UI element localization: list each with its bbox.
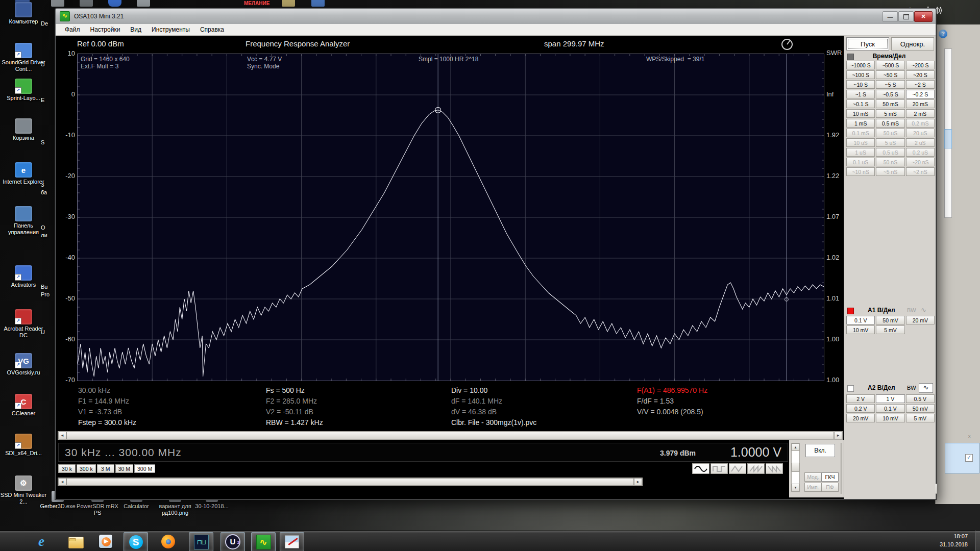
a2-vdiv-button-0.2-V[interactable]: 0.2 V [846, 404, 875, 413]
desktop-icon-SDI_x64_Dri...[interactable]: ↗SDI_x64_Dri... [0, 434, 47, 457]
file-checkbox[interactable]: ✓ [965, 454, 973, 462]
a1-vdiv-button-50-mV[interactable]: 50 mV [876, 316, 904, 324]
scroll-left-icon[interactable]: ◂ [58, 432, 66, 439]
time-div-button--0.1-S[interactable]: ~0.1 S [846, 99, 875, 108]
range-button-30-M[interactable]: 30 M [115, 464, 133, 473]
taskbar-button-internet-explorer[interactable]: e [30, 532, 53, 550]
time-div-button-1-mS[interactable]: 1 mS [846, 119, 875, 128]
desktop-icon-Activators[interactable]: ↗Activators [0, 265, 47, 288]
time-div-button--500-S[interactable]: ~500 S [876, 61, 904, 69]
taskbar-button-media-player[interactable] [94, 532, 117, 550]
time-div-button--1-S[interactable]: ~1 S [846, 90, 875, 98]
taskbar-button-windows-explorer[interactable] [64, 532, 88, 550]
time-div-button--50-S[interactable]: ~50 S [876, 70, 904, 79]
a2-vdiv-button-0.1-V[interactable]: 0.1 V [876, 404, 904, 413]
time-div-button-20-mS[interactable]: 20 mS [906, 99, 935, 108]
a1-vdiv-button-0.1-V[interactable]: 0.1 V [846, 316, 875, 324]
scroll-up-icon[interactable]: ▴ [792, 443, 799, 451]
maximize-button[interactable] [898, 11, 914, 22]
range-button-3-M[interactable]: 3 M [97, 464, 114, 473]
taskbar-button-powersdr[interactable]: ⊓⊔ [189, 532, 213, 551]
scroll-left-icon[interactable]: ◂ [58, 478, 66, 486]
app-icon [15, 2, 32, 17]
a2-vdiv-button-0.5-V[interactable]: 0.5 V [906, 394, 935, 403]
close-button[interactable]: ✕ [914, 11, 933, 22]
time-div-button-5-mS[interactable]: 5 mS [876, 109, 904, 118]
output-on-button[interactable]: Вкл. [805, 444, 835, 457]
desktop-icon-SSD-Mini-Tweaker-2...[interactable]: ⚙SSD Mini Tweaker 2... [0, 475, 47, 505]
time-div-button--0.2-S[interactable]: ~0.2 S [906, 90, 935, 98]
desktop-icon-SoundGrid-Driver-Cont...[interactable]: ↗SoundGrid Driver Cont... [0, 43, 47, 72]
time-div-button--0.5-S[interactable]: ~0.5 S [876, 90, 904, 98]
scroll-right-icon[interactable]: ▸ [834, 432, 842, 439]
background-scrollbar-thumb[interactable] [944, 129, 952, 148]
range-button-30-k[interactable]: 30 k [58, 464, 76, 473]
menu-view[interactable]: Вид [125, 24, 146, 35]
time-div-button--200-S[interactable]: ~200 S [906, 61, 935, 69]
a2-vdiv-button-5-mV[interactable]: 5 mV [906, 414, 935, 422]
menu-settings[interactable]: Настройки [85, 24, 126, 35]
taskbar-button-skype[interactable]: S [124, 532, 148, 551]
taskbar-button-u3-app[interactable]: U [220, 532, 245, 551]
close-icon-small[interactable]: x [968, 434, 971, 439]
square-wave-button[interactable] [710, 463, 728, 474]
triangle-wave-button[interactable] [729, 463, 746, 474]
menu-help[interactable]: Справка [195, 24, 229, 35]
gkch-button[interactable]: ГКЧ [821, 472, 839, 482]
taskbar-button-firefox[interactable] [156, 532, 180, 550]
ramp-down-wave-button[interactable] [766, 463, 783, 474]
time-div-button-0.5-mS[interactable]: 0.5 mS [876, 119, 904, 128]
show-desktop-button[interactable] [975, 531, 980, 551]
a1-vdiv-button-5-mV[interactable]: 5 mV [876, 325, 904, 334]
desktop-icon-CCleaner[interactable]: C↗CCleaner [0, 394, 47, 417]
a1-vdiv-button-20-mV[interactable]: 20 mV [906, 316, 935, 324]
a2-vdiv-button-20-mV[interactable]: 20 mV [846, 414, 875, 422]
sine-wave-button[interactable] [692, 463, 709, 474]
taskbar-button-paint[interactable] [280, 532, 304, 551]
start-button[interactable]: Пуск [846, 37, 889, 51]
desktop-icon-Internet-Explorer[interactable]: eInternet Explorer [0, 162, 47, 185]
time-div-button--5-S[interactable]: ~5 S [876, 80, 904, 89]
ramp-up-wave-button[interactable] [747, 463, 765, 474]
clock[interactable]: 18:07 31.10.2018 [926, 532, 968, 548]
scroll-right-icon[interactable]: ▸ [634, 478, 642, 486]
time-div-button-50-mS[interactable]: 50 mS [876, 99, 904, 108]
time-div-button--10-S[interactable]: ~10 S [846, 80, 875, 89]
help-icon[interactable]: ? [939, 30, 947, 38]
a2-coupling-button[interactable]: ∿ [919, 383, 933, 393]
menu-file[interactable]: Файл [60, 24, 85, 35]
desktop-icon-OVGorskiy.ru[interactable]: VG↗OVGorskiy.ru [0, 353, 47, 376]
desktop-icon-Корзина[interactable]: Корзина [0, 118, 47, 141]
scroll-down-icon[interactable]: ▾ [792, 484, 799, 491]
a2-enable-checkbox[interactable] [847, 385, 854, 392]
minimize-button[interactable]: — [883, 11, 898, 22]
desktop-icon-Компьютер[interactable]: Компьютер [0, 2, 47, 25]
desktop-icon-Acrobat-Reader-DC[interactable]: ↗Acrobat Reader DC [0, 309, 47, 339]
shortcut-arrow-icon: ↗ [15, 362, 21, 368]
a2-vdiv-button-1-V[interactable]: 1 V [876, 394, 904, 403]
time-div-button--100-S[interactable]: ~100 S [846, 70, 875, 79]
titlebar[interactable]: ∿ OSA103 Mini 3.21 — ✕ [56, 9, 936, 24]
time-div-button-10-mS[interactable]: 10 mS [846, 109, 875, 118]
time-div-button-2-mS[interactable]: 2 mS [906, 109, 935, 118]
level-scrollbar[interactable]: ▴ ▾ [791, 443, 800, 492]
graph-scrollbar[interactable]: ◂ ▸ [58, 431, 843, 440]
a2-vdiv-button-2-V[interactable]: 2 V [846, 394, 875, 403]
graph-plot-area[interactable]: Grid = 1460 x 640 Ext.F Mult = 3 Vcc = 4… [77, 54, 824, 381]
range-button-300-M[interactable]: 300 M [134, 464, 155, 473]
range-button-300-k[interactable]: 300 k [77, 464, 96, 473]
a1-vdiv-button-10-mV[interactable]: 10 mV [846, 325, 875, 334]
single-sweep-button[interactable]: Однокр. [891, 37, 934, 51]
time-div-button--20-S[interactable]: ~20 S [906, 70, 935, 79]
menu-tools[interactable]: Инструменты [146, 24, 195, 35]
frequency-display: 30 kHz ... 300.00 MHz 3.979 dBm 1.0000 V [58, 443, 788, 462]
desktop-icon-Панель-управления[interactable]: Панель управления [0, 206, 47, 236]
selected-file-highlight[interactable] [945, 443, 979, 473]
desktop-icon-Sprint-Layo...[interactable]: ↗Sprint-Layo... [0, 79, 47, 102]
a2-vdiv-button-10-mV[interactable]: 10 mV [876, 414, 904, 422]
time-div-button--2-S[interactable]: ~2 S [906, 80, 935, 89]
a2-vdiv-button-50-mV[interactable]: 50 mV [906, 404, 935, 413]
taskbar-button-osa103[interactable]: ∿ [251, 532, 276, 551]
time-div-button--1000-S[interactable]: ~1000 S [846, 61, 875, 69]
frequency-scrollbar[interactable]: ◂ ▸ [58, 478, 643, 486]
